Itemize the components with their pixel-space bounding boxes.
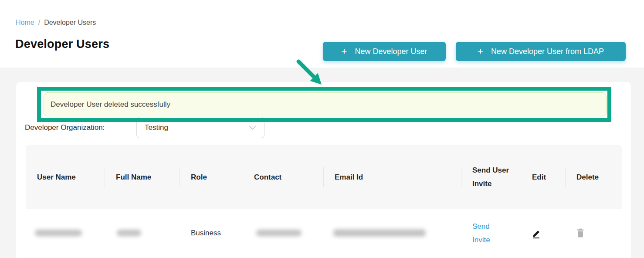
cell-send-user-invite: Send Invite xyxy=(461,209,521,257)
breadcrumb-current: Developer Users xyxy=(44,19,96,27)
success-alert: Developer User deleted successfully xyxy=(44,92,607,116)
delete-button[interactable] xyxy=(576,228,584,238)
column-header-send-user-invite: Send User Invite xyxy=(461,145,521,209)
column-header-email-id: Email Id xyxy=(323,145,461,209)
cell-delete xyxy=(565,209,622,257)
column-header-full-name: Full Name xyxy=(105,145,180,209)
plus-icon: + xyxy=(478,47,483,56)
developer-organization-select[interactable]: Testing xyxy=(136,117,264,138)
developer-organization-label: Developer Organization: xyxy=(25,123,105,132)
edit-pencil-icon xyxy=(532,228,542,238)
developer-users-table: User Name Full Name Role Contact Email I… xyxy=(26,145,622,257)
success-alert-message: Developer User deleted successfully xyxy=(51,100,170,109)
column-header-edit: Edit xyxy=(521,145,565,209)
new-developer-user-ldap-label: New Developer User from LDAP xyxy=(491,47,604,56)
redacted-user-name xyxy=(35,230,82,236)
chevron-down-icon xyxy=(249,126,256,130)
redacted-full-name xyxy=(117,230,141,236)
cell-edit xyxy=(521,209,565,257)
cell-email-id xyxy=(323,209,461,257)
cell-full-name xyxy=(105,209,180,257)
developer-organization-selected-value: Testing xyxy=(137,123,168,132)
column-header-delete: Delete xyxy=(565,145,622,209)
new-developer-user-label: New Developer User xyxy=(355,47,427,56)
developer-users-page: Home / Developer Users Developer Users +… xyxy=(0,0,644,258)
table-header-row: User Name Full Name Role Contact Email I… xyxy=(26,145,622,209)
new-developer-user-ldap-button[interactable]: + New Developer User from LDAP xyxy=(456,42,626,61)
toolbar: + New Developer User + New Developer Use… xyxy=(323,42,626,61)
plus-icon: + xyxy=(342,47,347,56)
page-title: Developer Users xyxy=(15,37,109,51)
trash-icon xyxy=(576,228,584,238)
send-invite-link[interactable]: Send Invite xyxy=(472,220,497,247)
column-header-user-name: User Name xyxy=(26,145,105,209)
column-header-role: Role xyxy=(180,145,243,209)
cell-user-name xyxy=(26,209,105,257)
breadcrumb-home-link[interactable]: Home xyxy=(16,19,34,27)
breadcrumb-separator: / xyxy=(38,19,40,27)
column-header-contact: Contact xyxy=(243,145,323,209)
cell-contact xyxy=(243,209,323,257)
content-card: Developer User deleted successfully Deve… xyxy=(16,82,631,258)
table-row: Business Send Invite xyxy=(26,209,622,257)
new-developer-user-button[interactable]: + New Developer User xyxy=(323,42,446,61)
redacted-contact xyxy=(256,230,302,236)
breadcrumb: Home / Developer Users xyxy=(16,19,96,27)
cell-role: Business xyxy=(180,209,243,257)
redacted-email xyxy=(333,229,426,237)
edit-button[interactable] xyxy=(532,228,542,238)
